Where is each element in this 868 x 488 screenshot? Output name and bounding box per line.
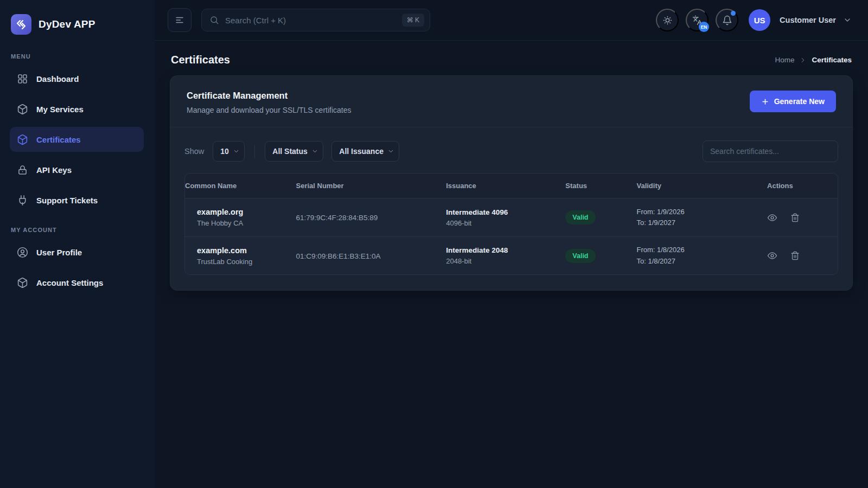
sidebar-item-my-services[interactable]: My Services xyxy=(10,97,144,121)
delete-certificate-button[interactable] xyxy=(790,251,800,260)
grid-icon xyxy=(17,73,28,85)
chevron-right-icon xyxy=(799,56,807,64)
column-header: Status xyxy=(565,174,636,198)
column-header: Serial Number xyxy=(296,174,446,198)
card-subtitle: Manage and download your SSL/TLS certifi… xyxy=(187,106,352,114)
common-name: example.org xyxy=(197,208,292,216)
column-header: Common Name xyxy=(185,174,296,198)
sidebar-item-api-keys[interactable]: API Keys xyxy=(10,157,144,182)
topbar: ⌘ K EN US Customer User xyxy=(155,0,868,41)
issuance-filter-select[interactable]: All Issuance xyxy=(331,141,399,162)
status-filter-select[interactable]: All Status xyxy=(265,141,323,162)
theme-toggle-button[interactable] xyxy=(656,9,679,31)
breadcrumb-home-link[interactable]: Home xyxy=(775,56,794,64)
serial-cell: 61:79:9C:4F:28:84:B5:89 xyxy=(296,213,446,222)
view-certificate-button[interactable] xyxy=(767,251,777,261)
column-header: Validity xyxy=(636,174,767,198)
sidebar-toggle-button[interactable] xyxy=(168,8,192,32)
validity-cell: From: 1/9/2026 To: 1/9/2027 xyxy=(636,207,767,228)
valid-to: To: 1/8/2027 xyxy=(636,256,763,267)
certificates-table: Common Name Serial Number Issuance Statu… xyxy=(184,173,838,275)
plus-icon xyxy=(761,98,769,106)
valid-from: From: 1/8/2026 xyxy=(636,245,763,255)
notifications-button[interactable] xyxy=(716,9,738,31)
box-icon xyxy=(17,277,28,288)
issuance-cell: Intermediate 4096 4096-bit xyxy=(446,208,565,227)
table-row: example.com TrustLab Cooking 01:C9:09:B6… xyxy=(185,236,838,274)
sidebar-item-dashboard[interactable]: Dashboard xyxy=(10,66,144,91)
card-title: Certificate Management xyxy=(187,91,352,101)
serial-cell: 01:C9:09:B6:E1:B3:E1:0A xyxy=(296,251,446,261)
sidebar-item-label: Certificates xyxy=(36,135,81,144)
sidebar-section-menu-label: MENU xyxy=(0,53,155,60)
certificate-search-input[interactable] xyxy=(703,140,838,162)
sidebar-menu: Dashboard My Services Certificates API K… xyxy=(0,66,155,213)
issuer-name: TrustLab Cooking xyxy=(197,258,292,266)
user-icon xyxy=(17,247,28,258)
plug-icon xyxy=(17,195,28,206)
box-icon xyxy=(17,104,28,115)
delete-certificate-button[interactable] xyxy=(790,213,800,222)
breadcrumb-current: Certificates xyxy=(812,56,852,64)
common-name-cell: example.org The Hobby CA xyxy=(185,208,296,227)
status-filter-wrap: All Status xyxy=(265,141,323,162)
sun-icon xyxy=(662,15,673,25)
page-size-select[interactable]: 10 xyxy=(213,141,245,162)
show-label: Show xyxy=(184,147,204,156)
valid-from: From: 1/9/2026 xyxy=(636,207,763,217)
table-header-row: Common Name Serial Number Issuance Statu… xyxy=(185,174,838,198)
valid-to: To: 1/9/2027 xyxy=(636,217,763,228)
page-size-select-wrap: 10 xyxy=(213,141,245,162)
view-certificate-button[interactable] xyxy=(767,213,777,223)
generate-new-button[interactable]: Generate New xyxy=(750,91,836,112)
breadcrumb: Home Certificates xyxy=(775,56,852,64)
common-name: example.com xyxy=(197,246,292,255)
actions-cell xyxy=(767,251,838,261)
menu-icon xyxy=(175,15,184,25)
sidebar-item-support-tickets[interactable]: Support Tickets xyxy=(10,188,144,213)
notification-dot xyxy=(731,11,736,16)
table-row: example.org The Hobby CA 61:79:9C:4F:28:… xyxy=(185,198,838,236)
sidebar-item-label: User Profile xyxy=(36,248,82,257)
sidebar-item-label: Support Tickets xyxy=(36,196,98,205)
search-icon xyxy=(209,15,219,25)
sidebar-account: User Profile Account Settings xyxy=(0,240,155,295)
app-name: DyDev APP xyxy=(39,18,95,30)
sidebar-item-label: API Keys xyxy=(36,165,72,175)
sidebar-item-user-profile[interactable]: User Profile xyxy=(10,240,144,265)
issuance-type: Intermediate 4096 xyxy=(446,208,561,216)
topbar-actions: EN US Customer User xyxy=(656,9,852,31)
global-search-input[interactable] xyxy=(225,16,402,25)
bell-icon xyxy=(722,15,732,25)
certificate-management-card: Certificate Management Manage and downlo… xyxy=(170,75,853,291)
issuance-cell: Intermediate 2048 2048-bit xyxy=(446,246,565,265)
eye-icon xyxy=(767,213,777,223)
trash-icon xyxy=(790,213,800,222)
serial-number: 61:79:9C:4F:28:84:B5:89 xyxy=(296,214,378,222)
status-cell: Valid xyxy=(565,210,636,224)
key-size: 4096-bit xyxy=(446,219,561,227)
status-badge: Valid xyxy=(565,210,595,224)
sidebar-item-certificates[interactable]: Certificates xyxy=(10,127,144,152)
sidebar-item-label: Account Settings xyxy=(36,278,103,287)
column-header: Issuance xyxy=(446,174,565,198)
user-name[interactable]: Customer User xyxy=(780,16,836,24)
chevron-down-icon[interactable] xyxy=(843,16,852,24)
sidebar-item-account-settings[interactable]: Account Settings xyxy=(10,270,144,295)
column-header: Actions xyxy=(767,174,838,198)
validity-cell: From: 1/8/2026 To: 1/8/2027 xyxy=(636,245,767,266)
language-badge: EN xyxy=(699,22,709,32)
issuance-type: Intermediate 2048 xyxy=(446,246,561,254)
language-button[interactable]: EN xyxy=(686,9,709,31)
global-search: ⌘ K xyxy=(201,9,430,31)
brand[interactable]: DyDev APP xyxy=(0,14,155,35)
user-avatar[interactable]: US xyxy=(749,9,770,31)
shortcut-hint: ⌘ K xyxy=(402,14,424,27)
trash-icon xyxy=(790,251,800,260)
issuance-filter-wrap: All Issuance xyxy=(331,141,399,162)
table-filters: Show 10 All Status All Issuance xyxy=(170,127,852,173)
lock-icon xyxy=(17,164,28,176)
table-body: example.org The Hobby CA 61:79:9C:4F:28:… xyxy=(185,198,838,274)
key-size: 2048-bit xyxy=(446,257,561,265)
issuer-name: The Hobby CA xyxy=(197,219,292,227)
